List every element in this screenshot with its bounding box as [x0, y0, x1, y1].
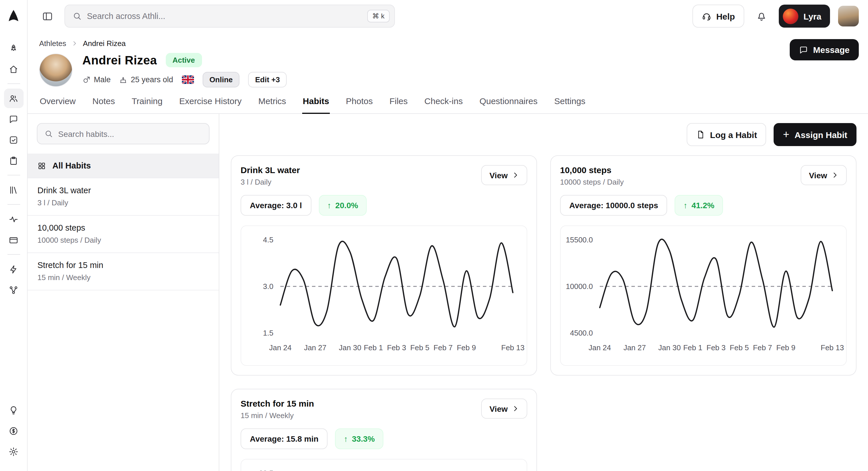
habit-card-water: Drink 3L water 3 l / Daily View Average:…: [231, 155, 537, 375]
view-button[interactable]: View: [482, 165, 527, 185]
sidebar-divider: [7, 83, 20, 84]
svg-text:4.5: 4.5: [263, 236, 273, 244]
habit-list-item[interactable]: Stretch for 15 min 15 min / Weekly: [28, 253, 219, 291]
svg-text:Feb 9: Feb 9: [457, 343, 476, 352]
trend-pill: ↑ 41.2%: [675, 195, 723, 216]
nodes-icon: [9, 285, 19, 295]
view-label: View: [490, 404, 508, 413]
habit-card-stretch: Stretch for 15 min 15 min / Weekly View …: [231, 389, 537, 471]
svg-text:Feb 5: Feb 5: [730, 343, 749, 352]
sidebar-nav-settings[interactable]: [4, 442, 23, 461]
status-badge: Active: [165, 53, 202, 67]
content-area: Athletes Andrei Rizea Andrei Rizea Activ…: [28, 32, 868, 471]
view-button[interactable]: View: [482, 399, 527, 419]
tab-notes[interactable]: Notes: [92, 96, 115, 113]
edit-tags-button[interactable]: Edit +3: [248, 72, 287, 88]
tab-questionnaires[interactable]: Questionnaires: [479, 96, 538, 113]
habit-chart: 15500.010000.04500.0Jan 24Jan 27Jan 30Fe…: [560, 226, 847, 366]
sidebar-divider: [7, 175, 20, 175]
view-button[interactable]: View: [801, 165, 847, 185]
profile-tabs: Overview Notes Training Exercise History…: [28, 96, 868, 114]
tab-check-ins[interactable]: Check-ins: [424, 96, 463, 113]
message-button[interactable]: Message: [789, 39, 859, 60]
svg-text:Feb 7: Feb 7: [753, 343, 772, 352]
sidebar-nav-billing[interactable]: [4, 230, 23, 249]
search-icon: [44, 129, 53, 138]
sidebar-nav-launch[interactable]: [4, 38, 23, 58]
document-icon: [695, 130, 705, 139]
sidebar-nav-home[interactable]: [4, 59, 23, 79]
global-search[interactable]: ⌘ k: [64, 5, 395, 28]
plus-icon: +: [783, 129, 789, 139]
habits-search[interactable]: [37, 123, 210, 144]
svg-text:Feb 1: Feb 1: [364, 343, 383, 352]
athlete-avatar: [39, 54, 72, 87]
bell-icon: [756, 10, 767, 22]
tab-exercise-history[interactable]: Exercise History: [179, 96, 242, 113]
trend-pill: ↑ 33.3%: [335, 429, 383, 449]
sidebar-nav-automations[interactable]: [4, 259, 23, 279]
online-status-pill[interactable]: Online: [203, 72, 240, 88]
svg-text:Jan 24: Jan 24: [269, 343, 291, 352]
tab-photos[interactable]: Photos: [345, 96, 373, 113]
assign-habit-button[interactable]: + Assign Habit: [774, 123, 857, 146]
all-habits-label: All Habits: [52, 161, 91, 170]
svg-text:Feb 3: Feb 3: [387, 343, 406, 352]
rocket-icon: [9, 43, 19, 53]
chevron-right-icon: [512, 405, 519, 412]
all-habits-item[interactable]: All Habits: [28, 154, 219, 178]
log-habit-label: Log a Habit: [710, 130, 757, 139]
card-subtitle: 10000 steps / Daily: [560, 178, 624, 186]
notifications-button[interactable]: [752, 7, 771, 25]
global-search-input[interactable]: [87, 11, 362, 21]
user-avatar[interactable]: [838, 6, 859, 27]
trend-up-icon: ↑: [327, 201, 331, 210]
sidebar-nav-athletes[interactable]: [4, 89, 23, 108]
search-icon: [72, 11, 82, 21]
sidebar-nav-payments[interactable]: [4, 421, 23, 440]
view-label: View: [490, 170, 508, 180]
sidebar-nav-ideas[interactable]: [4, 400, 23, 420]
lyra-assistant-button[interactable]: Lyra: [779, 5, 830, 28]
sidebar-nav-library[interactable]: [4, 180, 23, 200]
app-logo-icon[interactable]: [4, 6, 23, 25]
habit-title: Stretch for 15 min: [37, 261, 209, 270]
svg-text:Jan 30: Jan 30: [658, 343, 681, 352]
sidebar-nav-integrations[interactable]: [4, 280, 23, 300]
message-icon: [799, 45, 808, 54]
tab-training[interactable]: Training: [131, 96, 163, 113]
assign-habit-label: Assign Habit: [795, 130, 847, 139]
sidebar-toggle-button[interactable]: [38, 7, 56, 25]
trend-up-icon: ↑: [344, 434, 348, 443]
svg-text:Jan 24: Jan 24: [589, 343, 611, 352]
profile-header: Athletes Andrei Rizea Andrei Rizea Activ…: [28, 32, 868, 88]
average-pill: Average: 10000.0 steps: [560, 195, 668, 216]
habit-chart: 22.515.07.5Jan 24Jan 27Jan 30Feb 1Feb 3F…: [241, 459, 527, 471]
tab-metrics[interactable]: Metrics: [257, 96, 287, 113]
sidebar-nav-activity[interactable]: [4, 209, 23, 229]
users-icon: [9, 94, 19, 103]
sidebar-nav-tasks[interactable]: [4, 130, 23, 149]
habit-actions: Log a Habit + Assign Habit: [219, 114, 868, 146]
headset-icon: [702, 11, 712, 21]
topbar: ⌘ k Help Lyra: [28, 0, 868, 32]
svg-text:Feb 3: Feb 3: [707, 343, 726, 352]
habits-search-input[interactable]: [58, 129, 202, 138]
svg-text:3.0: 3.0: [263, 282, 273, 291]
tab-overview[interactable]: Overview: [39, 96, 76, 113]
tab-files[interactable]: Files: [389, 96, 408, 113]
habit-cards-grid: Drink 3L water 3 l / Daily View Average:…: [219, 146, 868, 471]
card-subtitle: 15 min / Weekly: [241, 411, 314, 420]
help-button[interactable]: Help: [693, 5, 744, 28]
habit-list-item[interactable]: 10,000 steps 10000 steps / Daily: [28, 216, 219, 253]
breadcrumb-athletes[interactable]: Athletes: [39, 39, 66, 48]
line-chart: 4.53.01.5Jan 24Jan 27Jan 30Feb 1Feb 3Feb…: [246, 230, 522, 364]
tab-habits[interactable]: Habits: [302, 96, 330, 114]
sidebar-divider: [7, 204, 20, 205]
sidebar-nav-programs[interactable]: [4, 151, 23, 170]
habit-list-item[interactable]: Drink 3L water 3 l / Daily: [28, 178, 219, 216]
sidebar-nav-messages[interactable]: [4, 109, 23, 129]
chevron-right-icon: [512, 171, 519, 179]
log-habit-button[interactable]: Log a Habit: [686, 123, 766, 146]
tab-settings[interactable]: Settings: [554, 96, 586, 113]
